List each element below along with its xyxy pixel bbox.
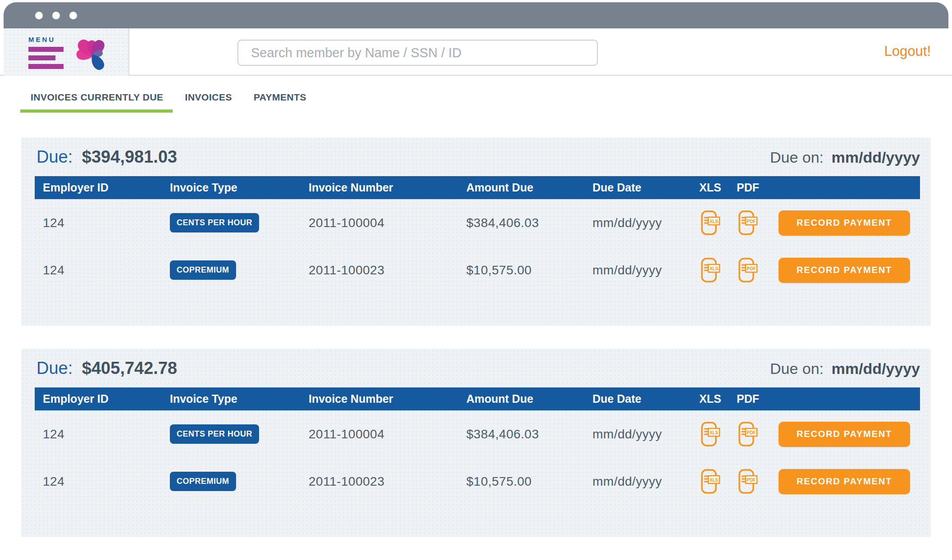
column-header: Due Date (592, 181, 699, 194)
pdf-label: PDF (747, 219, 756, 223)
record-payment-button[interactable]: RECORD PAYMENT (779, 469, 910, 494)
column-header: Employer ID (35, 181, 170, 194)
due-on-value: mm/dd/yyyy (831, 149, 920, 166)
pdf-file-icon[interactable]: PDF (737, 422, 758, 447)
pdf-file-icon[interactable]: PDF (737, 258, 758, 283)
menu-button[interactable]: MENU (28, 36, 64, 69)
due-on-label: Due on: (770, 149, 824, 166)
employer-id-cell: 124 (35, 263, 170, 278)
record-payment-button[interactable]: RECORD PAYMENT (779, 422, 910, 447)
xls-label: XLS (710, 266, 719, 271)
column-header: Employer ID (35, 392, 170, 405)
tab-payments[interactable]: PAYMENTS (254, 92, 306, 113)
invoice-number-cell: 2011-100023 (309, 474, 466, 489)
pdf-file-icon[interactable]: PDF (737, 210, 758, 236)
xls-file-icon[interactable]: XLS (699, 210, 720, 236)
xls-label: XLS (710, 430, 719, 435)
tab-invoices-currently-due[interactable]: INVOICES CURRENTLY DUE (31, 92, 164, 113)
hamburger-icon (28, 47, 64, 52)
invoice-type-badge: CENTS PER HOUR (170, 213, 259, 232)
amount-due-cell: $384,406.03 (466, 427, 592, 442)
menu-label: MENU (28, 36, 64, 43)
column-header: Due Date (592, 392, 699, 405)
invoice-card: Due: $394,981.03 Due on: mm/dd/yyyy Empl… (21, 137, 931, 326)
pdf-label: PDF (747, 430, 756, 435)
due-date-cell: mm/dd/yyyy (592, 263, 699, 278)
xls-file-icon[interactable]: XLS (699, 422, 720, 447)
record-payment-button[interactable]: RECORD PAYMENT (779, 210, 910, 236)
xls-file-icon[interactable]: XLS (699, 258, 720, 283)
hamburger-icon (28, 55, 55, 60)
due-total: $394,981.03 (82, 147, 177, 166)
window-dot[interactable] (35, 12, 43, 19)
due-date-cell: mm/dd/yyyy (592, 427, 699, 442)
invoice-type-badge: COPREMIUM (170, 472, 236, 491)
app-header: MENU Logout! (0, 28, 952, 76)
table-row: 124 COPREMIUM 2011-100023 $10,575.00 mm/… (35, 458, 920, 505)
table-header-row: Employer IDInvoice TypeInvoice NumberAmo… (35, 176, 920, 199)
employer-id-cell: 124 (35, 474, 170, 489)
due-label: Due: (36, 147, 73, 166)
pdf-label: PDF (747, 477, 756, 482)
pdf-label: PDF (747, 266, 756, 271)
search-input[interactable] (237, 40, 598, 66)
column-header: XLS (699, 181, 737, 194)
hamburger-icon (28, 64, 64, 69)
cards-container: Due: $394,981.03 Due on: mm/dd/yyyy Empl… (21, 137, 931, 537)
table-body: 124 CENTS PER HOUR 2011-100004 $384,406.… (35, 410, 922, 505)
invoice-number-cell: 2011-100004 (309, 427, 466, 442)
record-payment-button[interactable]: RECORD PAYMENT (779, 258, 910, 283)
logout-link[interactable]: Logout! (884, 43, 931, 59)
window-titlebar (4, 2, 948, 28)
column-header: Invoice Type (170, 181, 309, 194)
column-header: Invoice Type (170, 392, 309, 405)
column-header: Amount Due (466, 392, 592, 405)
table-row: 124 CENTS PER HOUR 2011-100004 $384,406.… (35, 199, 920, 246)
table-header-row: Employer IDInvoice TypeInvoice NumberAmo… (35, 387, 920, 410)
due-date-cell: mm/dd/yyyy (592, 216, 699, 230)
column-header: Amount Due (466, 181, 592, 194)
due-line: Due: $394,981.03 Due on: mm/dd/yyyy (35, 147, 922, 169)
due-on-label: Due on: (770, 360, 824, 377)
pdf-file-icon[interactable]: PDF (737, 469, 758, 494)
table-row: 124 COPREMIUM 2011-100023 $10,575.00 mm/… (35, 246, 920, 294)
column-header: XLS (699, 392, 737, 405)
logo (73, 31, 112, 74)
invoice-number-cell: 2011-100023 (309, 263, 466, 278)
employer-id-cell: 124 (35, 216, 170, 230)
due-total: $405,742.78 (82, 359, 177, 378)
tabbar: INVOICES CURRENTLY DUE INVOICES PAYMENTS (31, 92, 952, 113)
window-dot[interactable] (69, 12, 77, 19)
xls-label: XLS (710, 219, 719, 223)
column-header: PDF (737, 181, 773, 194)
table-row: 124 CENTS PER HOUR 2011-100004 $384,406.… (35, 410, 920, 458)
column-header: Invoice Number (309, 181, 466, 194)
amount-due-cell: $384,406.03 (466, 216, 592, 230)
tab-invoices[interactable]: INVOICES (185, 92, 232, 113)
invoice-card: Due: $405,742.78 Due on: mm/dd/yyyy Empl… (21, 349, 931, 537)
employer-id-cell: 124 (35, 427, 170, 442)
due-on-value: mm/dd/yyyy (831, 360, 920, 377)
column-header: Invoice Number (309, 392, 466, 405)
invoice-type-badge: CENTS PER HOUR (170, 424, 259, 444)
table-body: 124 CENTS PER HOUR 2011-100004 $384,406.… (35, 199, 922, 294)
menu-section: MENU (4, 28, 129, 76)
due-line: Due: $405,742.78 Due on: mm/dd/yyyy (35, 359, 922, 380)
invoice-number-cell: 2011-100004 (309, 216, 466, 230)
amount-due-cell: $10,575.00 (466, 263, 592, 278)
due-date-cell: mm/dd/yyyy (592, 474, 699, 489)
xls-file-icon[interactable]: XLS (699, 469, 720, 494)
invoice-type-badge: COPREMIUM (170, 260, 236, 280)
window-dot[interactable] (52, 12, 60, 19)
xls-label: XLS (710, 477, 719, 482)
column-header: PDF (737, 392, 773, 405)
due-label: Due: (36, 359, 73, 378)
amount-due-cell: $10,575.00 (466, 474, 592, 489)
